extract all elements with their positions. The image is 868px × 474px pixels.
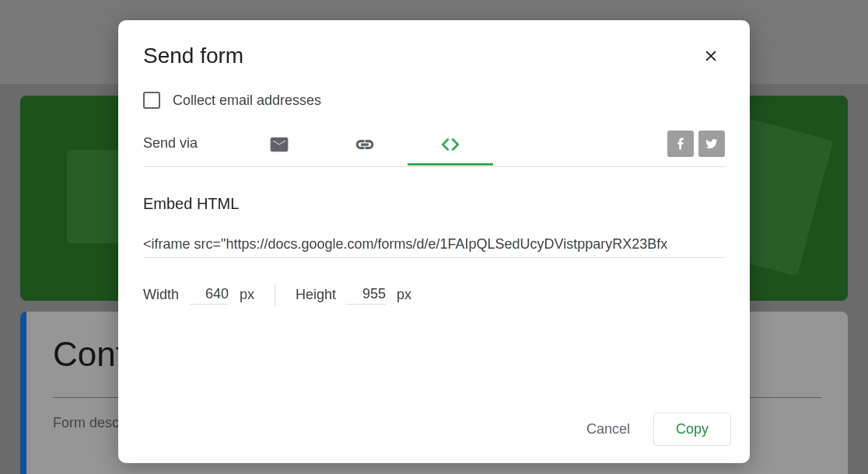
width-input[interactable] xyxy=(190,284,229,305)
height-input[interactable] xyxy=(347,284,386,305)
dialog-title: Send form xyxy=(143,44,243,68)
height-unit: px xyxy=(397,287,411,303)
tab-embed[interactable] xyxy=(408,131,493,166)
dimension-separator xyxy=(275,283,275,306)
twitter-icon xyxy=(705,137,719,151)
height-label: Height xyxy=(296,287,336,303)
email-icon xyxy=(269,134,289,155)
embed-icon xyxy=(440,134,460,155)
tab-email[interactable] xyxy=(236,131,322,166)
link-icon xyxy=(355,134,375,155)
embed-html-label: Embed HTML xyxy=(143,195,725,213)
collect-email-label: Collect email addresses xyxy=(173,92,321,109)
tab-link[interactable] xyxy=(322,131,408,166)
copy-button[interactable]: Copy xyxy=(653,413,731,446)
collect-email-checkbox[interactable] xyxy=(143,92,160,109)
share-facebook-button[interactable] xyxy=(667,131,694,157)
close-icon xyxy=(702,47,719,64)
facebook-icon xyxy=(674,137,688,151)
close-button[interactable] xyxy=(697,42,725,70)
width-label: Width xyxy=(143,287,179,303)
send-form-dialog: Send form Collect email addresses Send v… xyxy=(118,20,750,463)
width-unit: px xyxy=(240,287,254,303)
share-twitter-button[interactable] xyxy=(698,131,725,157)
embed-html-input[interactable] xyxy=(143,232,725,258)
cancel-button[interactable]: Cancel xyxy=(572,413,644,445)
send-via-label: Send via xyxy=(143,135,236,162)
